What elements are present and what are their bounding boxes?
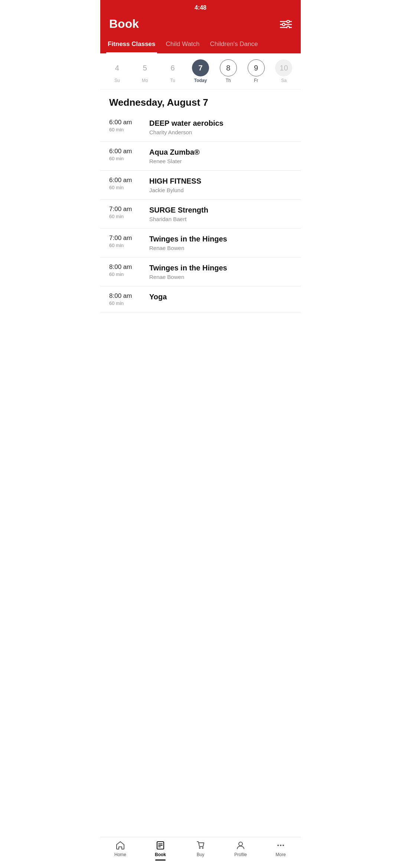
list-item[interactable]: 8:00 am 60 min Twinges in the Hinges Ren… [100,257,301,286]
tab-bar: Fitness Classes Child Watch Children's D… [100,37,301,53]
class-time: 6:00 am 60 min [109,148,146,161]
calendar-day-6[interactable]: 6 Tu [162,59,184,83]
svg-point-3 [283,23,285,26]
day-label: Fr [254,78,258,83]
class-instructor: Renae Bowen [149,274,292,280]
class-instructor: Sharidan Baert [149,216,292,222]
time-duration: 60 min [109,185,124,190]
time-value: 7:00 am [109,234,132,242]
calendar-day-5[interactable]: 5 Mo [134,59,156,83]
class-time: 6:00 am 60 min [109,119,146,132]
class-time: 7:00 am 60 min [109,206,146,219]
tab-fitness-classes[interactable]: Fitness Classes [106,37,157,53]
day-number: 5 [136,59,153,76]
time-value: 7:00 am [109,206,132,213]
class-instructor: Renae Bowen [149,245,292,251]
class-name: Yoga [149,292,292,301]
class-info: HIGH FITNESS Jackie Bylund [146,177,292,193]
class-info: Twinges in the Hinges Renae Bowen [146,263,292,280]
list-item[interactable]: 6:00 am 60 min Aqua Zumba® Renee Slater [100,142,301,171]
header: Book [100,13,301,37]
class-time: 8:00 am 60 min [109,292,146,306]
time-value: 6:00 am [109,177,132,184]
list-item[interactable]: 6:00 am 60 min HIGH FITNESS Jackie Bylun… [100,171,301,200]
tab-child-watch[interactable]: Child Watch [164,37,201,53]
class-time: 7:00 am 60 min [109,234,146,248]
list-item[interactable]: 7:00 am 60 min Twinges in the Hinges Ren… [100,228,301,257]
day-number: 7 [192,59,209,76]
class-info: Twinges in the Hinges Renae Bowen [146,234,292,251]
class-name: DEEP water aerobics [149,119,292,128]
class-name: HIGH FITNESS [149,177,292,185]
day-number: 4 [108,59,125,76]
day-label: Su [114,78,120,83]
time-value: 6:00 am [109,148,132,155]
time-duration: 60 min [109,156,124,161]
time-duration: 60 min [109,272,124,277]
calendar-day-10[interactable]: 10 Sa [273,59,295,83]
page-title: Book [109,17,139,31]
time-value: 8:00 am [109,263,132,271]
day-label: Today [194,78,207,83]
calendar-day-9[interactable]: 9 Fr [245,59,267,83]
class-info: Aqua Zumba® Renee Slater [146,148,292,164]
day-label: Sa [281,78,287,83]
svg-point-1 [287,20,290,23]
day-number: 10 [275,59,292,76]
time-duration: 60 min [109,300,124,306]
day-number: 6 [164,59,181,76]
class-name: Aqua Zumba® [149,148,292,157]
svg-point-5 [287,26,290,28]
class-instructor: Charity Anderson [149,129,292,135]
class-info: DEEP water aerobics Charity Anderson [146,119,292,135]
class-time: 6:00 am 60 min [109,177,146,190]
calendar-day-7-today[interactable]: 7 Today [189,59,212,83]
class-name: Twinges in the Hinges [149,263,292,272]
day-number: 8 [220,59,237,76]
class-name: Twinges in the Hinges [149,234,292,243]
list-item[interactable]: 6:00 am 60 min DEEP water aerobics Chari… [100,113,301,142]
time-duration: 60 min [109,214,124,219]
filter-sliders-icon [280,20,292,28]
day-label: Th [226,78,231,83]
list-item[interactable]: 8:00 am 60 min Yoga [100,286,301,312]
time-duration: 60 min [109,243,124,248]
class-name: SURGE Strength [149,206,292,214]
day-label: Mo [142,78,148,83]
time-value: 6:00 am [109,119,132,126]
list-item[interactable]: 7:00 am 60 min SURGE Strength Sharidan B… [100,200,301,228]
day-number: 9 [248,59,265,76]
class-instructor: Jackie Bylund [149,187,292,193]
calendar-day-8[interactable]: 8 Th [217,59,239,83]
class-instructor: Renee Slater [149,158,292,164]
time-value: 8:00 am [109,292,132,300]
status-bar: 4:48 [100,0,301,13]
date-heading: Wednesday, August 7 [100,89,301,113]
tab-childrens-dance[interactable]: Children's Dance [209,37,260,53]
calendar-strip: 4 Su 5 Mo 6 Tu 7 Today 8 Th 9 Fr 10 Sa [100,53,301,89]
time-duration: 60 min [109,127,124,132]
filter-button[interactable] [280,20,292,28]
time-display: 4:48 [195,4,206,11]
calendar-day-4[interactable]: 4 Su [106,59,128,83]
day-label: Tu [170,78,175,83]
class-info: Yoga [146,292,292,303]
class-info: SURGE Strength Sharidan Baert [146,206,292,222]
class-time: 8:00 am 60 min [109,263,146,277]
class-list: 6:00 am 60 min DEEP water aerobics Chari… [100,113,301,312]
